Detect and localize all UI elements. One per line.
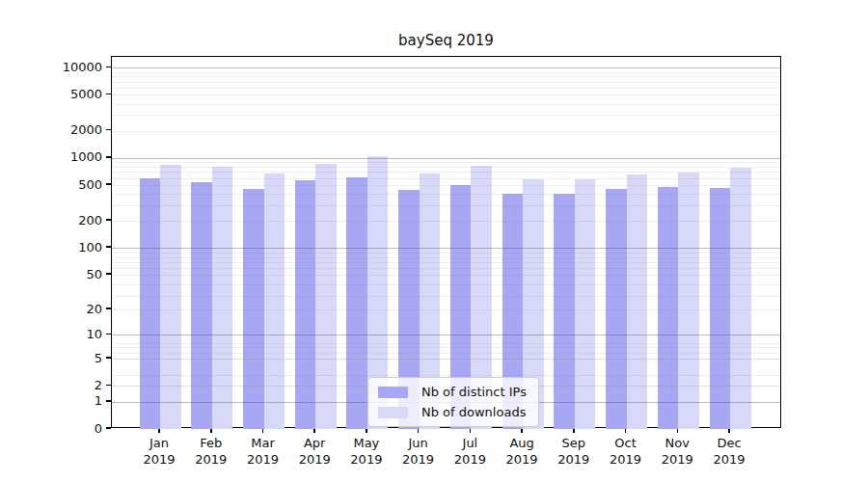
grid-line-minor: [112, 257, 780, 258]
y-tick-label: 2: [35, 379, 102, 391]
grid-line: [112, 248, 780, 249]
y-tick-mark: [106, 357, 111, 359]
legend-label-distinct-ips: Nb of distinct IPs: [421, 385, 527, 399]
y-tick-mark: [106, 400, 111, 402]
grid-line-minor: [112, 178, 780, 179]
bar: [264, 174, 285, 429]
grid-line: [112, 335, 780, 335]
grid-line-minor: [112, 268, 780, 269]
grid-line: [112, 185, 780, 186]
grid-line: [112, 131, 780, 132]
grid-line-minor: [112, 296, 780, 297]
grid-line: [112, 158, 780, 159]
y-tick-mark: [106, 129, 111, 131]
y-tick-mark: [106, 385, 111, 387]
y-tick-label: 1000: [35, 150, 102, 163]
grid-line-minor: [112, 76, 780, 77]
grid-line: [112, 275, 780, 276]
grid-line-minor: [112, 205, 780, 206]
grid-line-minor: [112, 104, 780, 105]
grid-line: [112, 221, 780, 222]
y-tick-label: 100: [35, 241, 102, 254]
grid-line-minor: [112, 88, 780, 89]
y-tick-label: 200: [35, 214, 102, 227]
grid-line-minor: [112, 347, 780, 348]
grid-line: [112, 309, 780, 310]
chart-title: baySeq 2019: [111, 32, 781, 49]
bar: [160, 165, 181, 429]
y-tick-mark: [106, 183, 111, 185]
bar: [575, 179, 596, 429]
grid-line-minor: [112, 172, 780, 173]
bar: [627, 174, 648, 429]
grid-line: [112, 67, 780, 68]
bar: [658, 187, 679, 429]
bar: [191, 182, 212, 429]
grid-line-minor: [112, 375, 780, 376]
bar: [710, 188, 731, 429]
y-tick-mark: [106, 273, 111, 275]
y-tick-label: 0: [35, 422, 102, 435]
y-tick-mark: [106, 334, 111, 335]
y-tick-mark: [106, 246, 111, 248]
bar: [140, 178, 161, 429]
y-tick-label: 5000: [35, 88, 102, 100]
y-tick-mark: [106, 427, 111, 429]
plot-area: Nb of distinct IPs Nb of downloads: [111, 56, 781, 428]
y-tick-label: 50: [35, 268, 102, 281]
grid-line-minor: [112, 167, 780, 168]
grid-line-minor: [112, 194, 780, 195]
bar: [212, 167, 233, 429]
y-tick-label: 10000: [35, 61, 102, 73]
grid-line-minor: [112, 353, 780, 354]
legend-row-downloads: Nb of downloads: [378, 405, 527, 419]
chart-figure: baySeq 2019 Nb of distinct IPs Nb of dow…: [0, 0, 868, 482]
legend-row-distinct-ips: Nb of distinct IPs: [378, 385, 527, 399]
bar: [295, 180, 316, 429]
grid-line-minor: [112, 262, 780, 263]
x-tick-label: Dec2019: [698, 435, 760, 468]
grid-line: [112, 94, 780, 95]
grid-line-minor: [112, 343, 780, 344]
legend-label-downloads: Nb of downloads: [421, 405, 526, 419]
y-tick-label: 2000: [35, 123, 102, 136]
legend-swatch-downloads: [378, 407, 408, 418]
grid-line-minor: [112, 82, 780, 83]
y-tick-label: 5: [35, 352, 102, 364]
y-tick-label: 20: [35, 303, 102, 315]
grid-line-minor: [112, 162, 780, 163]
grid-line-minor: [112, 284, 780, 285]
grid-line-minor: [112, 72, 780, 73]
bar: [678, 173, 699, 429]
grid-line-minor: [112, 359, 780, 360]
y-tick-mark: [106, 308, 111, 309]
y-tick-mark: [106, 156, 111, 158]
bar: [346, 177, 367, 429]
y-tick-label: 10: [35, 328, 102, 340]
bar: [730, 168, 751, 429]
y-tick-mark: [106, 219, 111, 221]
grid-line-minor: [112, 253, 780, 254]
y-tick-label: 1: [35, 394, 102, 407]
bar: [554, 194, 575, 429]
legend-swatch-distinct-ips: [378, 387, 408, 398]
legend: Nb of distinct IPs Nb of downloads: [367, 377, 539, 427]
y-tick-mark: [106, 94, 111, 95]
grid-line-minor: [112, 115, 780, 116]
y-tick-mark: [106, 67, 111, 68]
y-tick-label: 500: [35, 178, 102, 191]
